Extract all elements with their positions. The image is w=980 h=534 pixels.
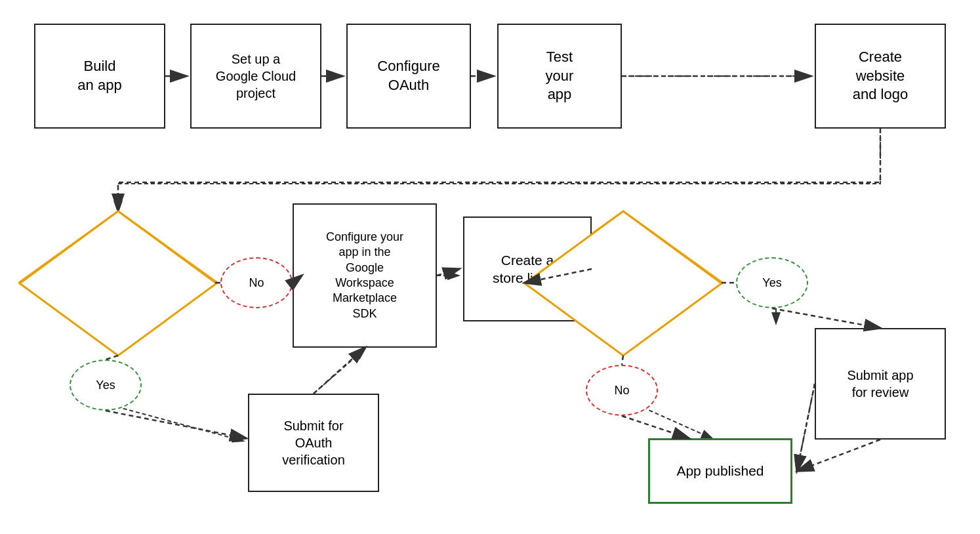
- svg-marker-6: [20, 211, 216, 353]
- configure-oauth-box: Configure OAuth: [346, 24, 471, 129]
- svg-marker-23: [20, 211, 216, 356]
- flowchart-diagram: Build an app Set up a Google Cloud proje…: [0, 0, 980, 534]
- app-published-box: App published: [648, 438, 792, 504]
- yes-right-oval: Yes: [736, 257, 808, 308]
- svg-line-38: [797, 384, 815, 471]
- svg-line-40: [622, 416, 689, 438]
- svg-line-42: [106, 411, 246, 438]
- svg-line-15: [117, 407, 243, 441]
- google-cloud-box: Set up a Google Cloud project: [190, 24, 321, 129]
- submit-review-box: Submit app for review: [815, 328, 946, 440]
- svg-line-13: [797, 384, 815, 471]
- build-app-box: Build an app: [34, 24, 165, 129]
- svg-line-37: [772, 308, 880, 328]
- configure-sdk-box: Configure your app in the Google Workspa…: [293, 203, 437, 348]
- no-right-oval: No: [586, 365, 658, 416]
- yes-left-oval: Yes: [70, 359, 142, 411]
- svg-line-43: [314, 348, 365, 394]
- svg-line-44: [797, 384, 815, 471]
- svg-line-39: [622, 356, 623, 365]
- no-left-oval: No: [220, 257, 293, 308]
- test-app-box: Test your app: [497, 24, 622, 129]
- svg-line-16: [314, 349, 365, 394]
- left-diamond-label: App publicly available?: [52, 249, 184, 295]
- create-store-listing-box: Create a store listing: [463, 216, 592, 321]
- svg-line-34: [437, 269, 459, 276]
- submit-oauth-box: Submit for OAuth verification: [248, 394, 379, 492]
- create-website-box: Create website and logo: [815, 24, 946, 129]
